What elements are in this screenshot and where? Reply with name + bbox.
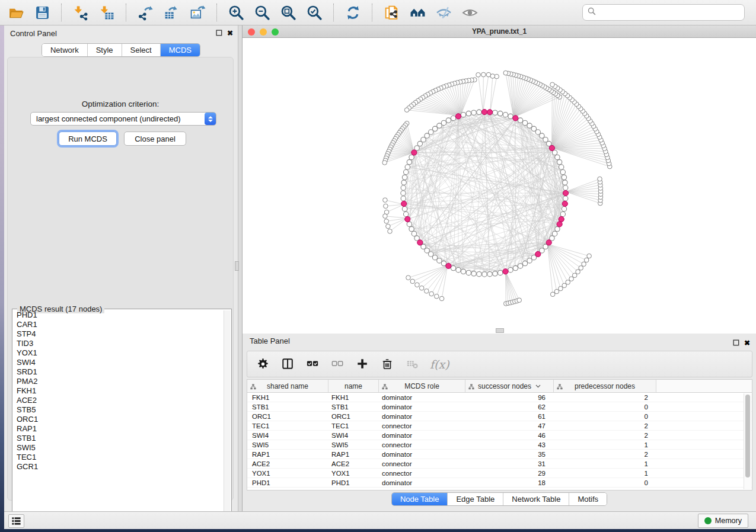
cell-MCDS-role[interactable]: dominator bbox=[379, 478, 465, 487]
cell-MCDS-role[interactable]: connector bbox=[379, 440, 465, 449]
zoom-selected-icon[interactable] bbox=[305, 4, 323, 21]
tab-style[interactable]: Style bbox=[88, 44, 122, 56]
cell-MCDS-role[interactable]: connector bbox=[379, 421, 465, 430]
network-canvas[interactable] bbox=[243, 38, 756, 334]
mcds-result-item[interactable]: TID3 bbox=[13, 339, 224, 348]
cell-successor-nodes[interactable]: 29 bbox=[465, 469, 554, 477]
cell-MCDS-role[interactable]: dominator bbox=[379, 412, 465, 421]
refresh-network-icon[interactable] bbox=[344, 4, 362, 21]
cell-predecessor-nodes[interactable]: 0 bbox=[554, 412, 656, 421]
cell-predecessor-nodes[interactable]: 1 bbox=[554, 440, 656, 449]
select-all-icon[interactable] bbox=[305, 357, 320, 371]
split-divider-handle-bottom[interactable] bbox=[496, 328, 504, 333]
cell-successor-nodes[interactable]: 18 bbox=[465, 478, 554, 487]
search-box[interactable] bbox=[582, 4, 745, 21]
cell-predecessor-nodes[interactable]: 0 bbox=[554, 478, 656, 487]
cell-successor-nodes[interactable]: 43 bbox=[465, 440, 554, 449]
mcds-result-item[interactable]: ACE2 bbox=[13, 396, 224, 405]
cell-MCDS-role[interactable]: dominator bbox=[379, 402, 465, 411]
column-header-successor-nodes[interactable]: successor nodes bbox=[465, 380, 554, 392]
hide-selected-icon[interactable] bbox=[435, 4, 452, 21]
cell-shared-name[interactable]: YOX1 bbox=[247, 469, 328, 477]
table-scrollbar-thumb[interactable] bbox=[745, 395, 750, 477]
open-file-icon[interactable] bbox=[7, 4, 25, 21]
memory-button[interactable]: Memory bbox=[698, 514, 748, 528]
search-input[interactable] bbox=[599, 8, 739, 17]
tab-node-table[interactable]: Node Table bbox=[392, 493, 448, 505]
mcds-result-item[interactable]: PMA2 bbox=[13, 377, 224, 386]
split-divider-handle-left[interactable] bbox=[235, 261, 239, 271]
cell-MCDS-role[interactable]: dominator bbox=[379, 431, 465, 440]
maximize-window-icon[interactable] bbox=[272, 28, 279, 36]
tab-mcds[interactable]: MCDS bbox=[161, 44, 200, 56]
close-window-icon[interactable] bbox=[248, 28, 255, 36]
cell-successor-nodes[interactable]: 46 bbox=[465, 431, 554, 440]
cell-predecessor-nodes[interactable]: 1 bbox=[554, 469, 656, 477]
cell-MCDS-role[interactable]: dominator bbox=[379, 450, 465, 459]
tab-motifs[interactable]: Motifs bbox=[569, 493, 607, 505]
zoom-out-icon[interactable] bbox=[253, 4, 271, 21]
cell-shared-name[interactable]: RAP1 bbox=[247, 450, 328, 459]
duplicate-network-icon[interactable] bbox=[382, 4, 400, 21]
float-table-panel-icon[interactable] bbox=[733, 338, 739, 348]
tab-select[interactable]: Select bbox=[122, 44, 161, 56]
export-network-icon[interactable] bbox=[136, 4, 154, 21]
cell-shared-name[interactable]: STB1 bbox=[247, 402, 328, 411]
create-column-icon[interactable] bbox=[355, 357, 369, 371]
cell-successor-nodes[interactable]: 96 bbox=[465, 393, 554, 402]
minimize-window-icon[interactable] bbox=[260, 28, 267, 36]
cell-predecessor-nodes[interactable]: 1 bbox=[554, 459, 656, 468]
table-row[interactable]: ACE2ACE2connector311 bbox=[247, 459, 752, 469]
mcds-result-item[interactable]: STB5 bbox=[13, 405, 224, 415]
close-table-panel-icon[interactable]: ✖ bbox=[744, 339, 750, 347]
mcds-result-item[interactable]: STP4 bbox=[13, 329, 224, 339]
mcds-result-item[interactable]: GCR1 bbox=[13, 462, 224, 472]
deselect-all-icon[interactable] bbox=[330, 357, 344, 371]
cell-successor-nodes[interactable]: 31 bbox=[465, 459, 554, 468]
cell-predecessor-nodes[interactable]: 2 bbox=[554, 393, 656, 402]
cell-MCDS-role[interactable]: connector bbox=[379, 469, 465, 477]
tab-network[interactable]: Network bbox=[42, 44, 88, 56]
cell-MCDS-role[interactable]: dominator bbox=[379, 393, 465, 402]
table-row[interactable]: FKH1FKH1dominator962 bbox=[247, 393, 752, 402]
cell-name[interactable]: RAP1 bbox=[328, 450, 379, 459]
delete-column-icon[interactable] bbox=[380, 357, 394, 371]
table-row[interactable]: PHD1PHD1dominator180 bbox=[247, 478, 752, 488]
cell-successor-nodes[interactable]: 62 bbox=[465, 402, 554, 411]
mcds-result-item[interactable]: RAP1 bbox=[13, 424, 224, 434]
table-row[interactable]: ORC1ORC1dominator610 bbox=[247, 412, 752, 421]
table-mode-gear-icon[interactable] bbox=[256, 357, 270, 371]
cell-name[interactable]: ACE2 bbox=[328, 459, 379, 468]
cell-shared-name[interactable]: ORC1 bbox=[247, 412, 328, 421]
mcds-result-item[interactable]: PHD1 bbox=[13, 310, 224, 320]
mcds-result-item[interactable]: SWI5 bbox=[13, 443, 224, 453]
run-mcds-button[interactable]: Run MCDS bbox=[59, 132, 117, 146]
mcds-result-item[interactable]: ORC1 bbox=[13, 415, 224, 424]
cell-shared-name[interactable]: SWI5 bbox=[247, 440, 328, 449]
cell-shared-name[interactable]: ACE2 bbox=[247, 459, 328, 468]
table-row[interactable]: SWI5SWI5connector431 bbox=[247, 440, 752, 450]
column-header-name[interactable]: name bbox=[328, 380, 379, 392]
cell-successor-nodes[interactable]: 61 bbox=[465, 412, 554, 421]
cell-name[interactable]: SWI5 bbox=[328, 440, 379, 449]
cell-predecessor-nodes[interactable]: 2 bbox=[554, 431, 656, 440]
mcds-result-item[interactable]: SWI4 bbox=[13, 358, 224, 367]
mcds-result-item[interactable]: YOX1 bbox=[13, 348, 224, 358]
mcds-result-item[interactable]: CAR1 bbox=[13, 320, 224, 329]
cell-name[interactable]: TEC1 bbox=[328, 421, 379, 430]
cell-name[interactable]: YOX1 bbox=[328, 469, 379, 477]
cell-name[interactable]: ORC1 bbox=[328, 412, 379, 421]
show-all-icon[interactable] bbox=[461, 4, 479, 21]
cell-shared-name[interactable]: SWI4 bbox=[247, 431, 328, 440]
criterion-select[interactable]: largest connected component (undirected) bbox=[30, 112, 216, 126]
column-header-MCDS-role[interactable]: MCDS role bbox=[379, 380, 465, 392]
cell-name[interactable]: FKH1 bbox=[328, 393, 379, 402]
cell-shared-name[interactable]: PHD1 bbox=[247, 478, 328, 487]
float-panel-icon[interactable] bbox=[216, 29, 222, 38]
cell-predecessor-nodes[interactable]: 2 bbox=[554, 421, 656, 430]
dropdown-stepper-icon[interactable] bbox=[205, 113, 216, 125]
tab-network-table[interactable]: Network Table bbox=[503, 493, 569, 505]
table-row[interactable]: STB1STB1dominator620 bbox=[247, 402, 752, 412]
cell-shared-name[interactable]: TEC1 bbox=[247, 421, 328, 430]
export-table-icon[interactable] bbox=[162, 4, 180, 21]
